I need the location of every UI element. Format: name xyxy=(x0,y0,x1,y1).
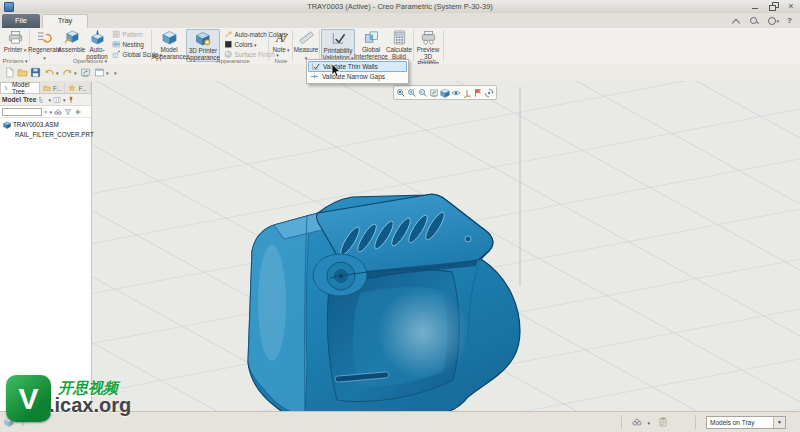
nesting-label: Nesting xyxy=(123,41,144,48)
redo-icon[interactable] xyxy=(62,67,73,78)
global-interference-label: Global Interference xyxy=(354,46,388,60)
calculate-build-icon xyxy=(392,30,407,45)
colors-button[interactable]: Colors xyxy=(224,40,257,49)
zoom-out-icon[interactable] xyxy=(418,88,428,98)
model-appearance-icon xyxy=(162,30,177,45)
models-on-tray-combobox[interactable]: Models on Tray ▼ xyxy=(706,416,786,429)
undo-icon[interactable] xyxy=(44,67,55,78)
window-icon[interactable] xyxy=(94,67,105,78)
combobox-dropdown-arrow[interactable]: ▼ xyxy=(773,417,785,428)
model-tree-icon xyxy=(4,84,10,92)
open-file-icon[interactable] xyxy=(17,67,28,78)
auto-position-icon xyxy=(90,30,105,45)
group-separator xyxy=(413,30,414,61)
3d-model[interactable] xyxy=(210,183,535,412)
annotation-display-icon[interactable] xyxy=(473,88,483,98)
datum-display-icon[interactable] xyxy=(462,88,472,98)
tab-favorites[interactable]: F... xyxy=(65,83,91,93)
saved-orientations-icon[interactable] xyxy=(451,88,461,98)
mouse-cursor xyxy=(331,64,341,78)
preview-3d-printing-icon xyxy=(421,30,436,45)
minimize-button[interactable] xyxy=(750,1,760,11)
printability-validation-menu: Validate Thin Walls Validate Narrow Gaps xyxy=(306,59,409,84)
calculate-build-button[interactable]: Calculate Build xyxy=(387,29,411,60)
group-label-finish: Finish xyxy=(415,57,441,64)
tab-favorites-label: F... xyxy=(78,85,87,92)
group-label-operations[interactable]: Operations xyxy=(60,57,120,64)
tree-settings-icon[interactable] xyxy=(38,96,46,104)
repaint-icon[interactable] xyxy=(429,88,439,98)
tree-columns-arrow[interactable]: ▾ xyxy=(63,97,66,103)
navigator-tabs: Model Tree F... F... xyxy=(0,81,91,94)
printer-button[interactable]: Printer xyxy=(2,29,28,54)
group-separator xyxy=(443,30,444,61)
pin-panel-icon[interactable] xyxy=(67,96,75,104)
tree-item-part-label: RAIL_FILTER_COVER.PRT xyxy=(15,131,94,138)
auto-match-colors-icon xyxy=(224,30,233,39)
tree-item-part[interactable]: RAIL_FILTER_COVER.PRT xyxy=(0,130,91,140)
pattern-button: Pattern xyxy=(112,30,143,39)
filter-icon[interactable] xyxy=(64,108,72,116)
tab-file[interactable]: File xyxy=(2,14,40,28)
note-label: Note xyxy=(272,46,289,54)
model-tree: TRAY0003.ASM RAIL_FILTER_COVER.PRT xyxy=(0,118,91,139)
window-dropdown-arrow[interactable]: ▾ xyxy=(106,70,109,76)
tree-item-assembly[interactable]: TRAY0003.ASM xyxy=(0,120,91,130)
spin-center-icon[interactable] xyxy=(484,88,494,98)
status-search-arrow[interactable]: ▾ xyxy=(647,420,650,426)
add-filter-icon[interactable] xyxy=(74,108,82,116)
status-search-icon[interactable] xyxy=(632,417,642,427)
navigator-panel: Model Tree F... F... Model Tree ▾ ▾ × ▾ xyxy=(0,81,92,412)
printability-validation-icon xyxy=(331,31,346,46)
tab-folder-browser-label: F... xyxy=(53,85,62,92)
assemble-icon xyxy=(64,30,79,45)
menu-item-validate-thin-walls[interactable]: Validate Thin Walls xyxy=(308,61,407,72)
undo-dropdown-arrow[interactable]: ▾ xyxy=(56,70,59,76)
regenerate-quick-icon[interactable] xyxy=(80,67,91,78)
redo-dropdown-arrow[interactable]: ▾ xyxy=(74,70,77,76)
ribbon-tab-row: File Tray xyxy=(0,13,800,28)
model-appearance-button[interactable]: Model Appearance xyxy=(153,29,185,60)
command-search-icon[interactable] xyxy=(749,16,759,26)
regenerate-label: Regenerate xyxy=(28,46,61,61)
measure-button[interactable]: Measure xyxy=(294,29,318,61)
global-interference-icon xyxy=(364,30,379,45)
find-icon[interactable] xyxy=(54,108,62,116)
connect-icon[interactable] xyxy=(767,16,777,26)
collapse-ribbon-icon[interactable] xyxy=(731,16,741,26)
new-file-icon[interactable] xyxy=(4,67,15,78)
note-button[interactable]: Note xyxy=(271,29,291,54)
save-icon[interactable] xyxy=(30,67,41,78)
help-icon[interactable] xyxy=(785,16,795,26)
menu-item-validate-narrow-gaps[interactable]: Validate Narrow Gaps xyxy=(308,72,407,83)
global-interference-button[interactable]: Global Interference xyxy=(356,29,386,60)
status-clipboard-icon[interactable] xyxy=(658,417,668,427)
clear-search-icon[interactable]: × xyxy=(44,109,48,115)
printer-label: Printer xyxy=(4,46,26,54)
display-style-icon[interactable] xyxy=(440,88,450,98)
group-label-note: Note xyxy=(271,57,291,64)
restore-button[interactable] xyxy=(768,1,778,11)
tab-model-tree[interactable]: Model Tree xyxy=(0,82,40,93)
close-button[interactable] xyxy=(786,1,796,11)
search-options-arrow[interactable]: ▾ xyxy=(50,109,53,115)
window-title: TRAY0003 (Active) - Creo Parametric (Sys… xyxy=(0,2,800,11)
tab-model-tree-label: Model Tree xyxy=(12,81,36,95)
tree-columns-icon[interactable] xyxy=(53,96,61,104)
tree-settings-arrow[interactable]: ▾ xyxy=(48,97,51,103)
nesting-button[interactable]: Nesting xyxy=(112,40,144,49)
customize-toolbar-arrow[interactable]: ▾ xyxy=(114,70,117,76)
calculate-build-label: Calculate Build xyxy=(386,46,412,60)
tab-folder-browser[interactable]: F... xyxy=(40,83,66,93)
group-label-printers[interactable]: Printers xyxy=(0,57,30,64)
assemble-button[interactable]: Assemble xyxy=(59,29,84,53)
regenerate-button[interactable]: Regenerate xyxy=(31,29,58,61)
tab-tray[interactable]: Tray xyxy=(42,14,88,28)
printer-appearance-icon xyxy=(196,31,211,46)
zoom-in-icon[interactable] xyxy=(407,88,417,98)
refit-icon[interactable] xyxy=(396,88,406,98)
printability-validation-button[interactable]: Printability Validation xyxy=(321,29,355,63)
note-icon xyxy=(274,30,289,45)
graphics-area[interactable] xyxy=(0,81,800,412)
tree-search-input[interactable] xyxy=(2,108,42,116)
